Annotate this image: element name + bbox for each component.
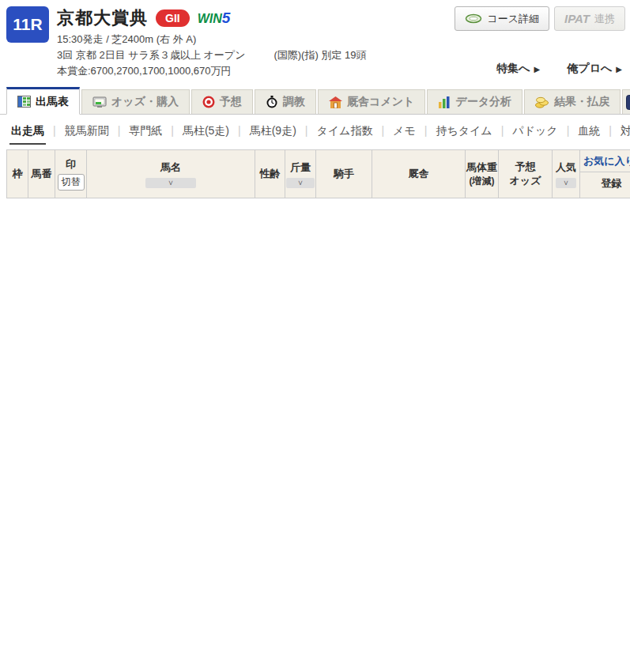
ipat-link-button[interactable]: IPAT 連携 (554, 6, 625, 31)
main-tab-bar: 出馬表 オッズ・購入 予想 調教 (0, 87, 630, 115)
win5-logo: WIN5 (198, 9, 231, 27)
subnav-keiba-news[interactable]: 競馬新聞 (44, 124, 109, 138)
header-stable: 厩舎 (372, 150, 466, 198)
subnav-umabashira-9[interactable]: 馬柱(9走) (229, 124, 296, 138)
sort-popularity-chevron-down-icon[interactable]: ∨ (556, 178, 576, 188)
race-conditions: 3回 京都 2日目 サラ系３歳以上 オープン(国際)(指) 別定 19頭 (57, 47, 624, 63)
target-icon (202, 96, 215, 108)
course-detail-button[interactable]: コース詳細 (455, 6, 549, 31)
arrow-right-icon: ▶ (534, 65, 541, 74)
mark-toggle-button[interactable]: 切替 (58, 174, 85, 191)
subnav-best-time[interactable]: 持ちタイム (416, 124, 492, 138)
sub-nav: 出走馬 競馬新聞 専門紙 馬柱(5走) 馬柱(9走) タイム指数 メモ 持ちタイ… (0, 115, 630, 149)
favorites-link[interactable]: お気に入り (580, 150, 630, 172)
video-icon (626, 95, 630, 110)
odds-monitor-icon (92, 96, 107, 108)
header-frame: 枠 (7, 150, 28, 198)
subnav-time-index[interactable]: タイム指数 (296, 124, 373, 138)
sort-weight-chevron-down-icon[interactable]: ∨ (286, 178, 315, 188)
subnav-umabashira-5[interactable]: 馬柱(5走) (162, 124, 229, 138)
course-icon (465, 13, 482, 24)
coins-icon (535, 96, 549, 108)
header-favorite: お気に入り 登録 (580, 150, 630, 198)
header-popularity: 人気 ∨ (553, 150, 580, 198)
subnav-entries[interactable]: 出走馬 (11, 124, 44, 138)
subnav-memo[interactable]: メモ (372, 124, 415, 138)
tab-race-video[interactable] (622, 89, 630, 114)
ipat-logo: IPAT (564, 12, 590, 25)
tab-training[interactable]: 調教 (255, 89, 316, 114)
tab-entry-table[interactable]: 出馬表 (6, 87, 80, 115)
subnav-specialist-paper[interactable]: 専門紙 (109, 124, 163, 138)
orepro-link[interactable]: 俺プロへ▶ (567, 62, 622, 76)
subnav-paddock[interactable]: パドック (492, 124, 558, 138)
stopwatch-icon (266, 96, 278, 108)
race-time-course: 15:30発走 / 芝2400m (右 外 A) (57, 32, 624, 47)
race-header: 11R 京都大賞典 GII WIN5 15:30発走 / 芝2400m (右 外… (0, 0, 630, 87)
bar-chart-icon (438, 96, 451, 108)
arrow-right-icon: ▶ (616, 65, 622, 74)
header-sex-age: 性齢 (255, 150, 285, 198)
header-mark: 印 切替 (55, 150, 87, 198)
race-number-badge: 11R (6, 6, 49, 43)
tab-stable-comments[interactable]: 厩舎コメント (318, 89, 425, 114)
grade-badge: GII (156, 9, 190, 27)
header-weight: 斤量 ∨ (285, 150, 316, 198)
entry-table-icon (17, 96, 31, 108)
header-horse-name: 馬名 ∨ (87, 150, 255, 198)
register-label: 登録 (590, 176, 630, 198)
tab-data-analysis[interactable]: データ分析 (427, 89, 522, 114)
tab-prediction[interactable]: 予想 (191, 89, 253, 114)
header-body-weight: 馬体重 (増減) (466, 150, 499, 198)
header-predicted-odds: 予想 オッズ (499, 150, 553, 198)
subnav-pedigree[interactable]: 血統 (558, 124, 601, 138)
tab-results-payouts[interactable]: 結果・払戻 (524, 89, 621, 114)
header-horse-number: 馬番 (28, 150, 55, 198)
page-title: 京都大賞典 (57, 6, 148, 30)
entry-table: 枠 馬番 印 切替 馬名 ∨ 性齢 斤量 ∨ 騎手 厩舎 馬体重 (増減) 予想 (6, 149, 630, 198)
tab-odds-purchase[interactable]: オッズ・購入 (81, 89, 190, 114)
subnav-head-to-head[interactable]: 対戦表 (600, 124, 630, 138)
sort-name-chevron-down-icon[interactable]: ∨ (145, 178, 196, 188)
barn-icon (329, 96, 342, 108)
header-jockey: 騎手 (316, 150, 372, 198)
special-feature-link[interactable]: 特集へ▶ (496, 62, 540, 76)
